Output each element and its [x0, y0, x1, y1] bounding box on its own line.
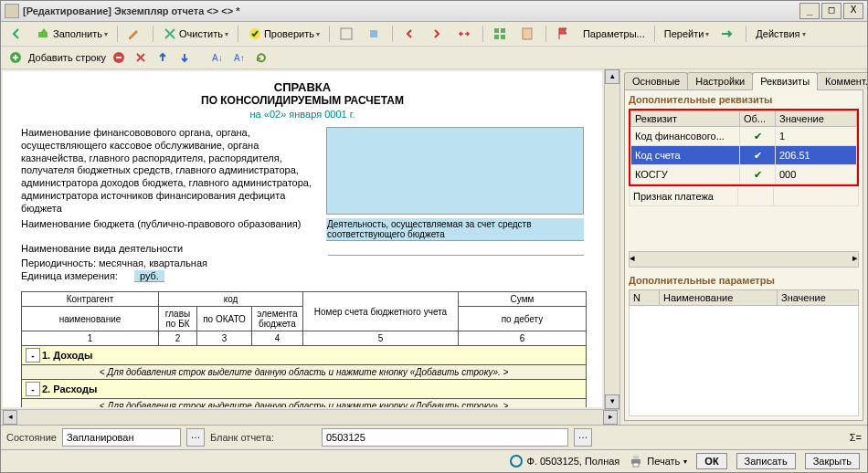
state-field[interactable]	[62, 428, 181, 447]
fill-button[interactable]: Заполнить▾	[32, 24, 112, 44]
svg-point-10	[511, 456, 522, 467]
blank-field[interactable]	[322, 428, 568, 447]
req-row-3[interactable]: КОСГУ✔000	[631, 165, 857, 184]
add-hint-1[interactable]: < Для добавления строк выделите данную о…	[22, 365, 587, 380]
footer-bar: Ф. 0503125, Полная Печать▾ ОК Записать З…	[1, 449, 867, 472]
app-icon	[5, 4, 19, 18]
svg-rect-4	[501, 28, 505, 33]
remove-icon[interactable]	[132, 48, 150, 67]
check-icon: ✔	[740, 127, 776, 146]
org-field[interactable]	[326, 127, 584, 215]
scroll-down-icon[interactable]: ▾	[605, 394, 619, 409]
sub-toolbar: Добавить строку A↓ A↑	[1, 47, 867, 69]
main-toolbar: Заполнить▾ Очистить▾ Проверить▾ Параметр…	[1, 22, 867, 47]
parameters-button[interactable]: Параметры...	[578, 26, 650, 42]
svg-rect-2	[341, 28, 352, 39]
unit-value[interactable]: руб.	[134, 270, 164, 282]
section-row-1[interactable]: -1. Доходы	[22, 346, 587, 365]
maximize-button[interactable]: □	[821, 3, 842, 19]
save-button[interactable]: Записать	[736, 453, 796, 469]
org-label: Наименование финансововового органа, орг…	[21, 127, 319, 215]
grid-icon[interactable]	[488, 24, 513, 44]
main-table: Контрагент код Номер счета бюджетного уч…	[21, 291, 587, 407]
minimize-button[interactable]: _	[799, 3, 820, 19]
right-tabs: Основные Настройки Реквизиты Коммент...	[620, 69, 867, 89]
svg-rect-13	[633, 463, 639, 467]
blank-picker-button[interactable]: …	[574, 428, 592, 447]
scroll-left-icon[interactable]: ◂	[3, 410, 17, 425]
add-hint-2[interactable]: < Для добавления строк выделите данную о…	[22, 399, 587, 407]
scroll-up-icon[interactable]: ▴	[605, 69, 619, 84]
check-icon: ✔	[740, 165, 776, 184]
svg-rect-5	[494, 35, 499, 39]
svg-rect-12	[633, 456, 639, 459]
goto-icon[interactable]	[715, 24, 741, 44]
title-bar: [Редактирование] Экземпляр отчета <> <> …	[1, 1, 867, 22]
ok-button[interactable]: ОК	[696, 453, 726, 469]
status-bar: Состояние … Бланк отчета: … Σ=	[1, 425, 867, 449]
params-empty-area[interactable]	[629, 306, 859, 416]
doc-title-1: СПРАВКА	[21, 80, 584, 94]
add-row-icon[interactable]	[6, 48, 25, 67]
period-label: Периодичность: месячная, квартальная	[21, 258, 584, 268]
check-button[interactable]: Проверить▾	[243, 24, 324, 44]
doc-date: на «02» января 0001 г.	[21, 109, 584, 120]
scroll-right-icon[interactable]: ▸	[603, 410, 618, 425]
unit-label: Единица измерения:	[21, 270, 118, 282]
arrows-in-icon[interactable]	[452, 24, 478, 44]
collapse-icon[interactable]: -	[26, 348, 40, 363]
add-row-label[interactable]: Добавить строку	[28, 52, 106, 63]
form-info[interactable]: Ф. 0503125, Полная	[509, 454, 620, 468]
params-heading: Дополнительные параметры	[629, 275, 859, 286]
up-icon[interactable]	[153, 48, 172, 67]
calc-icon[interactable]	[515, 24, 541, 44]
actions-button[interactable]: Действия▾	[751, 26, 810, 42]
req-row-2[interactable]: Код счета✔206.51	[631, 146, 857, 165]
params-table: NНаименованиеЗначение	[629, 289, 859, 306]
horizontal-scrollbar[interactable]: ◂ ▸	[1, 409, 619, 425]
tab-main[interactable]: Основные	[624, 72, 688, 89]
flag-icon[interactable]	[551, 24, 577, 44]
tab-requisites[interactable]: Реквизиты	[752, 72, 818, 90]
svg-rect-7	[523, 28, 532, 39]
down-icon[interactable]	[175, 48, 194, 67]
requisites-highlight: РеквизитОб...Значение Код финансового...…	[629, 109, 859, 186]
activity-field[interactable]: Деятельность, осуществляемая за счет сре…	[326, 218, 584, 241]
blank-label: Бланк отчета:	[210, 432, 274, 443]
clear-button[interactable]: Очистить▾	[158, 24, 233, 44]
requisites-heading: Дополнительные реквизиты	[629, 94, 859, 105]
req-row-4[interactable]: Признак платежа	[630, 187, 859, 206]
right-h-scrollbar[interactable]: ◂▸	[629, 251, 859, 268]
section-row-2[interactable]: -2. Расходы	[22, 380, 587, 399]
tool-icon-2[interactable]	[362, 24, 387, 44]
state-label: Состояние	[6, 432, 57, 443]
sigma-label: Σ=	[850, 432, 862, 443]
activity-label: Наименование вида деятельности	[21, 243, 321, 256]
goto-button[interactable]: Перейти▾	[660, 26, 715, 42]
activity-value[interactable]	[328, 243, 584, 256]
doc-title-2: ПО КОНСОЛИДИРУЕМЫМ РАСЧЕТАМ	[21, 94, 584, 107]
delete-row-icon[interactable]	[110, 48, 128, 67]
document-area[interactable]: СПРАВКА ПО КОНСОЛИДИРУЕМЫМ РАСЧЕТАМ на «…	[3, 71, 602, 407]
edit-icon[interactable]	[122, 24, 148, 44]
print-button[interactable]: Печать▾	[629, 454, 687, 468]
arrow-right-icon[interactable]	[425, 24, 450, 44]
tab-settings[interactable]: Настройки	[687, 72, 753, 89]
refresh-icon[interactable]	[252, 48, 270, 67]
sort-desc-icon[interactable]: A↑	[230, 48, 249, 67]
arrow-left-icon[interactable]	[397, 24, 423, 44]
check-icon: ✔	[740, 146, 776, 165]
close-button[interactable]: X	[843, 3, 863, 19]
sort-asc-icon[interactable]: A↓	[208, 48, 227, 67]
svg-rect-3	[494, 28, 499, 33]
tab-comment[interactable]: Коммент...	[817, 72, 867, 89]
collapse-icon[interactable]: -	[26, 382, 40, 396]
svg-rect-0	[38, 32, 48, 37]
state-picker-button[interactable]: …	[186, 428, 205, 447]
tool-icon-1[interactable]	[334, 24, 360, 44]
nav-back-button[interactable]	[5, 24, 30, 44]
requisites-table: РеквизитОб...Значение Код финансового...…	[630, 110, 857, 184]
vertical-scrollbar[interactable]: ▴ ▾	[604, 69, 619, 409]
close-footer-button[interactable]: Закрыть	[805, 453, 860, 469]
req-row-1[interactable]: Код финансового...✔1	[631, 127, 857, 146]
